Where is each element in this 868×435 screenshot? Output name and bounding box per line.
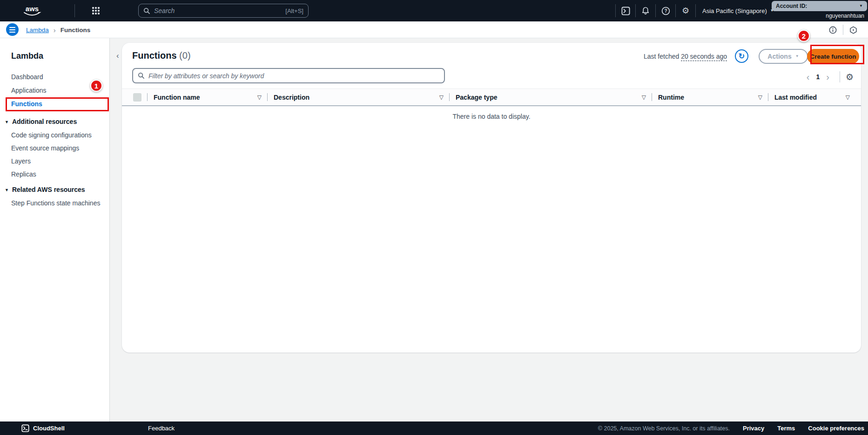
region-selector[interactable]: Asia Pacific (Singapore) ▼: [696, 0, 781, 21]
filter-placeholder: Filter by attributes or search by keywor…: [148, 72, 264, 80]
actions-button[interactable]: Actions▼: [759, 49, 808, 64]
chevron-down-icon: ▼: [859, 4, 863, 8]
region-label: Asia Pacific (Singapore): [702, 7, 767, 14]
divider: [843, 25, 843, 35]
filter-icon[interactable]: ▽: [642, 94, 646, 101]
triangle-down-icon: ▼: [5, 188, 9, 192]
sidebar-item-functions[interactable]: Functions: [11, 100, 42, 108]
copyright-text: © 2025, Amazon Web Services, Inc. or its…: [598, 425, 730, 432]
pagination: ‹ 1 › ⚙: [802, 70, 854, 84]
sidebar-item-layers[interactable]: Layers: [11, 157, 31, 165]
cookie-preferences-link[interactable]: Cookie preferences: [808, 425, 864, 432]
previous-page-button[interactable]: ‹: [802, 72, 814, 82]
table-header-row: Function name▽ Description▽ Package type…: [122, 88, 861, 106]
refresh-button[interactable]: ↻: [735, 49, 748, 63]
breadcrumb-lambda-link[interactable]: Lambda: [26, 27, 49, 34]
breadcrumb: Lambda › Functions: [26, 21, 90, 38]
filter-icon[interactable]: ▽: [758, 94, 762, 101]
cloudshell-terminal-icon: [21, 424, 29, 432]
refresh-icon: ↻: [739, 52, 745, 61]
sidebar-section-additional-resources[interactable]: ▼Additional resources: [5, 118, 77, 125]
sidebar-section-related-aws-resources[interactable]: ▼Related AWS resources: [5, 186, 85, 193]
chevron-down-icon: ▼: [795, 54, 799, 58]
apps-grid-icon[interactable]: [92, 7, 100, 14]
filter-icon[interactable]: ▽: [257, 94, 262, 101]
console-footer: CloudShell Feedback © 2025, Amazon Web S…: [0, 421, 868, 435]
column-header-last-modified[interactable]: Last modified▽: [768, 89, 861, 105]
sidebar-title: Lambda: [11, 51, 43, 61]
aws-logo[interactable]: aws: [21, 4, 43, 18]
sidebar-item-replicas[interactable]: Replicas: [11, 170, 36, 178]
empty-table-message: There is no data to display.: [122, 113, 861, 120]
account-id-label: Account ID:: [776, 3, 859, 9]
username-text: nguyenanhtuan: [826, 13, 864, 19]
search-placeholder: Search: [154, 7, 282, 14]
sidebar-item-dashboard[interactable]: Dashboard: [11, 73, 43, 81]
info-icon[interactable]: [829, 26, 837, 34]
feedback-link[interactable]: Feedback: [148, 421, 175, 435]
side-navigation: Lambda Dashboard Applications Functions …: [0, 38, 110, 421]
search-shortcut: [Alt+S]: [285, 7, 303, 14]
page-title: Functions (0): [132, 50, 191, 61]
annotation-badge-2: 2: [798, 30, 810, 42]
svg-text:?: ?: [664, 8, 667, 14]
search-icon: [138, 72, 145, 79]
sidebar-item-event-source[interactable]: Event source mappings: [11, 144, 79, 152]
column-header-runtime[interactable]: Runtime▽: [652, 89, 768, 105]
privacy-link[interactable]: Privacy: [743, 425, 764, 432]
hamburger-menu-button[interactable]: [6, 23, 19, 36]
topbar-divider: [74, 4, 75, 17]
account-id-dropdown[interactable]: Account ID: ▼: [772, 1, 867, 11]
settings-gear-icon[interactable]: ⚙: [676, 0, 695, 21]
create-function-button[interactable]: Create function: [807, 49, 859, 64]
triangle-down-icon: ▼: [5, 120, 9, 124]
app-content: Lambda Dashboard Applications Functions …: [0, 38, 868, 421]
last-fetched-time[interactable]: 20 seconds ago: [681, 53, 727, 60]
filter-input[interactable]: Filter by attributes or search by keywor…: [132, 68, 445, 83]
notifications-bell-icon[interactable]: [636, 0, 655, 21]
functions-count: (0): [179, 50, 190, 61]
help-icon[interactable]: ?: [656, 0, 675, 21]
breadcrumb-bar: Lambda › Functions: [0, 21, 868, 38]
search-icon: [143, 7, 150, 14]
select-all-checkbox[interactable]: [122, 89, 147, 105]
topbar-actions: ? ⚙ Asia Pacific (Singapore) ▼: [615, 0, 781, 21]
breadcrumb-current: Functions: [61, 27, 91, 34]
functions-table-card: Functions (0) Last fetched 20 seconds ag…: [122, 43, 861, 353]
annotation-badge-1: 1: [90, 80, 102, 92]
filter-icon[interactable]: ▽: [439, 94, 444, 101]
next-page-button[interactable]: ›: [821, 72, 834, 82]
cloudshell-terminal-icon[interactable]: [616, 0, 635, 21]
sidebar-item-code-signing[interactable]: Code signing configurations: [11, 131, 92, 139]
sidebar-item-applications[interactable]: Applications: [11, 87, 47, 94]
chevron-right-icon: ›: [54, 26, 56, 34]
filter-icon[interactable]: ▽: [846, 94, 850, 101]
top-navigation-bar: aws Search [Alt+S] ? ⚙ Asia Pacific (Sin…: [0, 0, 868, 21]
column-header-package-type[interactable]: Package type▽: [449, 89, 652, 105]
svg-text:aws: aws: [26, 5, 39, 13]
amazon-q-hexagon-icon[interactable]: [849, 26, 857, 34]
column-header-function-name[interactable]: Function name▽: [147, 89, 267, 105]
table-settings-gear-icon[interactable]: ⚙: [846, 73, 854, 82]
page-number[interactable]: 1: [814, 73, 821, 81]
sidebar-item-step-functions[interactable]: Step Functions state machines: [11, 199, 100, 207]
last-fetched-text: Last fetched 20 seconds ago: [644, 53, 727, 60]
terms-link[interactable]: Terms: [777, 425, 795, 432]
cloudshell-launcher[interactable]: CloudShell: [21, 421, 65, 435]
divider: [840, 71, 840, 82]
column-header-description[interactable]: Description▽: [267, 89, 449, 105]
global-search-input[interactable]: Search [Alt+S]: [138, 4, 309, 18]
sidebar-collapse-button[interactable]: ‹: [116, 51, 119, 61]
